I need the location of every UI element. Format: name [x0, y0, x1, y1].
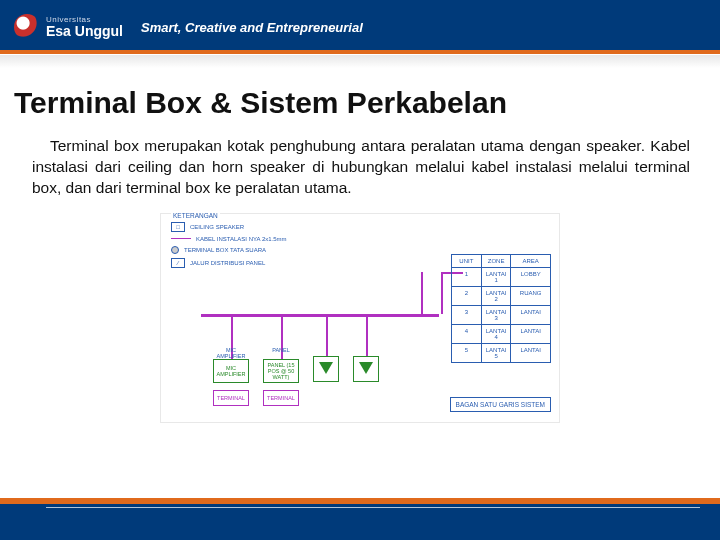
table-cell: LANTAI 3	[482, 306, 512, 324]
header-shadow	[0, 54, 720, 68]
amplifier-box: MIC AMPLIFIER	[213, 359, 249, 383]
terminal-box: TERMINAL	[263, 390, 299, 406]
legend-symbol-icon: ⁄	[171, 258, 185, 268]
table-cell: LANTAI	[511, 325, 550, 343]
table-row: 3 LANTAI 3 LANTAI	[452, 305, 550, 324]
table-cell: 3	[452, 306, 482, 324]
legend-dot-icon	[171, 246, 179, 254]
speaker-icon	[319, 362, 333, 374]
table-header: UNIT	[452, 255, 482, 267]
legend-row: □ CEILING SPEAKER	[171, 222, 287, 232]
table-cell: LANTAI 4	[482, 325, 512, 343]
legend-row: KABEL INSTALASI NYA 2x1.5mm	[171, 236, 287, 242]
slide-paragraph: Terminal box merupakan kotak penghubung …	[14, 136, 706, 199]
university-logo: Universitas Esa Unggul	[14, 14, 123, 40]
wiring-diagram: KETERANGAN □ CEILING SPEAKER KABEL INSTA…	[160, 213, 560, 423]
table-header: ZONE	[482, 255, 512, 267]
table-cell: 5	[452, 344, 482, 362]
slide-title: Terminal Box & Sistem Perkabelan	[14, 86, 706, 120]
table-row: 5 LANTAI 5 LANTAI	[452, 343, 550, 362]
table-row: 2 LANTAI 2 RUANG	[452, 286, 550, 305]
cable-bus-line	[201, 314, 439, 317]
header-tagline: Smart, Creative and Entrepreneurial	[141, 20, 363, 35]
diagram-caption: BAGAN SATU GARIS SISTEM	[450, 397, 551, 412]
table-cell: LOBBY	[511, 268, 550, 286]
zone-table: UNIT ZONE AREA 1 LANTAI 1 LOBBY 2 LANTAI…	[451, 254, 551, 363]
logo-main-text: Esa Unggul	[46, 24, 123, 38]
legend-text: JALUR DISTRIBUSI PANEL	[190, 260, 265, 266]
diagram-legend: □ CEILING SPEAKER KABEL INSTALASI NYA 2x…	[171, 222, 287, 268]
cable-vertical	[441, 272, 443, 314]
legend-symbol-icon: □	[171, 222, 185, 232]
table-cell: 1	[452, 268, 482, 286]
slide-footer	[0, 498, 720, 540]
paragraph-text: Terminal box merupakan kotak penghubung …	[32, 137, 690, 196]
table-cell: LANTAI 2	[482, 287, 512, 305]
panel-box: PANEL (15 POS @ 50 WATT)	[263, 359, 299, 383]
table-header: AREA	[511, 255, 550, 267]
table-row: 1 LANTAI 1 LOBBY	[452, 267, 550, 286]
footer-bar	[0, 504, 720, 540]
cable-vertical	[366, 314, 368, 356]
legend-row: TERMINAL BOX TATA SUARA	[171, 246, 287, 254]
legend-line-icon	[171, 238, 191, 239]
legend-title: KETERANGAN	[171, 212, 220, 219]
speaker-icon	[359, 362, 373, 374]
legend-text: CEILING SPEAKER	[190, 224, 244, 230]
legend-row: ⁄ JALUR DISTRIBUSI PANEL	[171, 258, 287, 268]
table-cell: LANTAI 1	[482, 268, 512, 286]
cable-vertical	[421, 272, 423, 314]
legend-text: TERMINAL BOX TATA SUARA	[184, 247, 266, 253]
table-cell: LANTAI	[511, 344, 550, 362]
slide-header: Universitas Esa Unggul Smart, Creative a…	[0, 0, 720, 54]
table-cell: 4	[452, 325, 482, 343]
table-cell: LANTAI 5	[482, 344, 512, 362]
terminal-box: TERMINAL	[213, 390, 249, 406]
table-header-row: UNIT ZONE AREA	[452, 255, 550, 267]
cable-vertical	[326, 314, 328, 356]
legend-text: KABEL INSTALASI NYA 2x1.5mm	[196, 236, 287, 242]
table-row: 4 LANTAI 4 LANTAI	[452, 324, 550, 343]
amp-label: MICAMPLIFIER	[211, 347, 251, 359]
table-cell: 2	[452, 287, 482, 305]
logo-emblem-icon	[14, 14, 40, 40]
table-cell: LANTAI	[511, 306, 550, 324]
footer-divider	[46, 507, 700, 508]
table-cell: RUANG	[511, 287, 550, 305]
panel-label: PANEL	[261, 347, 301, 353]
slide-content: Terminal Box & Sistem Perkabelan Termina…	[0, 68, 720, 423]
